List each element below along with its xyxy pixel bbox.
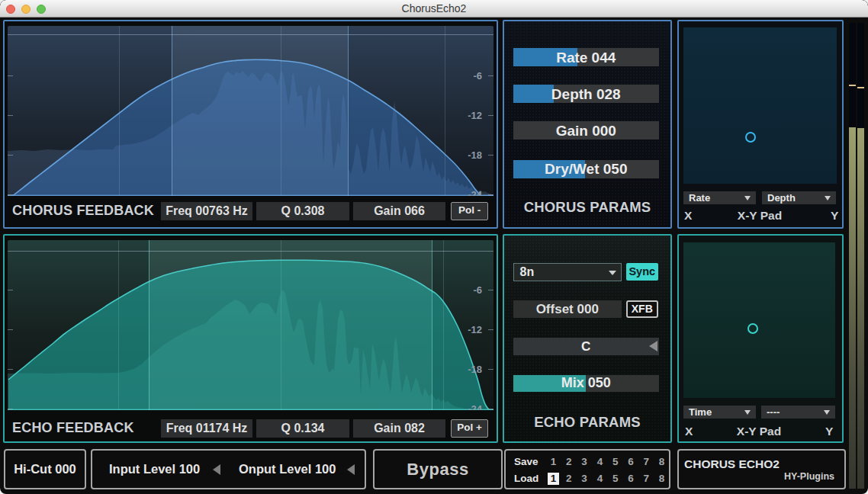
svg-text:-24: -24 xyxy=(468,189,483,197)
svg-text:-12: -12 xyxy=(468,110,482,121)
svg-text:-24: -24 xyxy=(468,403,483,411)
svg-text:-6: -6 xyxy=(473,284,482,296)
svg-text:-12: -12 xyxy=(468,324,482,335)
svg-text:-18: -18 xyxy=(468,149,482,161)
svg-text:-18: -18 xyxy=(468,364,482,375)
svg-text:-6: -6 xyxy=(473,70,482,82)
